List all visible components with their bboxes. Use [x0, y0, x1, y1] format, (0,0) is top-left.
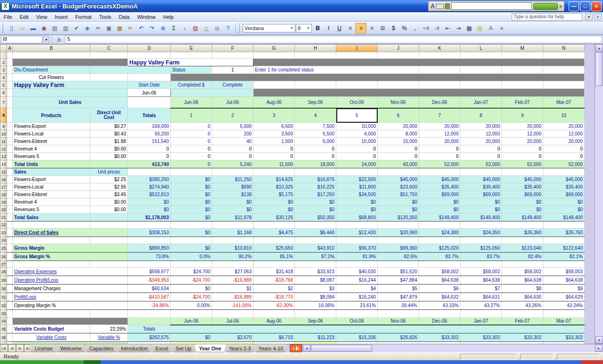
cell-F11[interactable]: 40	[212, 138, 254, 145]
cell-K14[interactable]: 52,000	[419, 160, 460, 168]
cell-L23[interactable]: $24,350	[460, 229, 502, 237]
cell-C12[interactable]: $0.00	[90, 145, 128, 153]
cell-A28[interactable]	[7, 268, 13, 276]
cell-B16[interactable]: Flowers-Export	[13, 176, 90, 183]
cell-M17[interactable]: $35,400	[502, 183, 543, 191]
cell-C17[interactable]: $2.95	[90, 183, 128, 191]
cell-D17[interactable]: $274,940	[128, 183, 171, 191]
cell-G19[interactable]: $0	[254, 198, 295, 206]
cell-K16[interactable]: $45,000	[419, 176, 460, 183]
cell-N34[interactable]: Mar-07	[543, 318, 585, 325]
cell-H25[interactable]: $43,910	[295, 244, 336, 253]
column-header-B[interactable]: B	[13, 45, 90, 52]
formatting-toolbar-grip[interactable]	[239, 24, 241, 33]
cell-M21[interactable]: $149,400	[502, 214, 543, 222]
cell-B24[interactable]	[13, 237, 90, 244]
cell-L[interactable]	[460, 52, 502, 59]
cell-I28[interactable]: $40,030	[336, 268, 378, 276]
row-header-9[interactable]: 9	[0, 123, 7, 130]
row-header-23[interactable]: 23	[0, 229, 7, 237]
increase-decimal-button[interactable]: +.0	[421, 23, 431, 33]
cell-N9[interactable]: 20,000	[543, 123, 585, 130]
cell-D9[interactable]: 169,000	[128, 123, 171, 130]
cell-L33[interactable]	[460, 310, 502, 318]
scroll-right-button[interactable]: ►	[595, 345, 603, 352]
cell-G33[interactable]	[254, 310, 295, 318]
cell-N27[interactable]	[543, 261, 585, 268]
cell-A24[interactable]	[7, 237, 13, 244]
close-button[interactable]: ×	[591, 1, 602, 11]
cell-L20[interactable]: $0	[460, 206, 502, 214]
cell-E19[interactable]: $0	[171, 198, 212, 206]
cell-M11[interactable]: 20,000	[502, 138, 543, 145]
row-header-21[interactable]: 21	[0, 214, 7, 222]
cell-H28[interactable]: $33,923	[295, 268, 336, 276]
cell-J26[interactable]: 82.6%	[378, 253, 419, 261]
cell-H[interactable]	[295, 52, 336, 59]
sheet-tab-introduction[interactable]: Introduction	[116, 344, 152, 352]
cell-J19[interactable]: $0	[378, 198, 419, 206]
cell-M13[interactable]: 0	[502, 153, 543, 160]
cell-I15[interactable]	[336, 168, 378, 176]
cell-A19[interactable]	[7, 198, 13, 206]
cell-M24[interactable]	[502, 237, 543, 244]
name-box[interactable]: I8	[1, 36, 42, 43]
cell-E8[interactable]: 1	[171, 108, 212, 123]
cell-I20[interactable]: $0	[336, 206, 378, 214]
cell-K19[interactable]: $0	[419, 198, 460, 206]
cell-M28[interactable]: $58,002	[502, 268, 543, 276]
cell-A36[interactable]	[7, 333, 13, 342]
cell-E29[interactable]: -$24,700	[171, 276, 212, 285]
cell-G17[interactable]: $10,325	[254, 183, 295, 191]
cell-G6[interactable]	[254, 89, 585, 97]
align-right-button[interactable]: ≡	[366, 23, 377, 33]
sheet-tab-excel[interactable]: Excel	[151, 344, 173, 352]
cell-B18[interactable]: Flowers-Eldoret	[13, 191, 90, 198]
font-name-select[interactable]: Verdana ▼	[243, 24, 295, 32]
cell-N15[interactable]	[543, 168, 585, 176]
column-header-F[interactable]: F	[212, 45, 254, 52]
cell-I31[interactable]: $16,240	[336, 293, 378, 301]
column-header-C[interactable]: C	[90, 45, 128, 52]
cell-G2[interactable]	[254, 59, 585, 66]
cell-D4[interactable]	[128, 74, 171, 81]
column-header-G[interactable]: G	[254, 45, 295, 52]
row-header-30[interactable]: 30	[0, 285, 7, 293]
cell-H13[interactable]: 0	[295, 153, 336, 160]
cell-A22[interactable]	[7, 222, 13, 229]
help-icon[interactable]: ?	[222, 23, 233, 33]
cell-I9[interactable]: 10,000	[336, 123, 378, 130]
cell-D18[interactable]: $522,813	[128, 191, 171, 198]
cell-G15[interactable]	[254, 168, 295, 176]
cell-L15[interactable]	[460, 168, 502, 176]
row-header-10[interactable]: 10	[0, 130, 7, 138]
cell-J15[interactable]	[378, 168, 419, 176]
cell-J30[interactable]: $5	[378, 285, 419, 293]
cell-A5[interactable]	[7, 81, 13, 89]
cell-F19[interactable]: $0	[212, 198, 254, 206]
workbook-minimize-button[interactable]: ▾	[585, 13, 593, 20]
cell-J32[interactable]: 39.44%	[378, 301, 419, 310]
cell-M18[interactable]: $69,000	[502, 191, 543, 198]
row-header-12[interactable]: 12	[0, 145, 7, 153]
cell-B26[interactable]: Gross Margin %	[13, 253, 128, 261]
language-bar-button[interactable]	[533, 3, 558, 10]
cell-A35[interactable]	[7, 325, 13, 333]
cell-K15[interactable]	[419, 168, 460, 176]
fill-color-button[interactable]: ▨	[475, 23, 485, 33]
cell-D13[interactable]: 0	[128, 153, 171, 160]
cell-M22[interactable]	[502, 222, 543, 229]
cell-D21[interactable]: $1,178,003	[128, 214, 171, 222]
cell-K33[interactable]	[419, 310, 460, 318]
row-header-25[interactable]: 25	[0, 244, 7, 253]
cell-A29[interactable]	[7, 276, 13, 285]
keyboard-icon[interactable]	[436, 4, 444, 9]
cell-B7[interactable]: Unit Sales	[13, 97, 128, 108]
cell-N21[interactable]: $149,400	[543, 214, 585, 222]
cell-L10[interactable]: 12,000	[460, 130, 502, 138]
cell-N14[interactable]: 52,000	[543, 160, 585, 168]
cell-G29[interactable]: -$18,768	[254, 276, 295, 285]
cell-B13[interactable]: Revenues 5	[13, 153, 90, 160]
cell-H34[interactable]: Sep-06	[295, 318, 336, 325]
cell-F29[interactable]: -$16,888	[212, 276, 254, 285]
